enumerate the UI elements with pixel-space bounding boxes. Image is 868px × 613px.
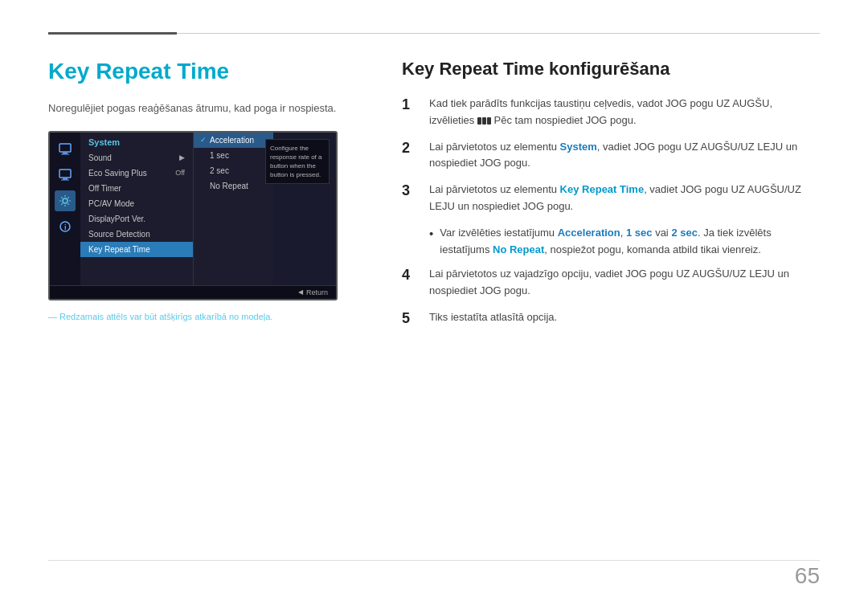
menu-item-pcav: PC/AV Mode	[80, 196, 193, 211]
menu-icon-eco	[55, 165, 76, 186]
icons-sidebar: i	[50, 133, 80, 285]
step-text-2: Lai pārvietotos uz elementu System, vadi…	[429, 139, 820, 173]
svg-rect-4	[63, 178, 68, 180]
menu-item-keyrepeat: Key Repeat Time	[80, 242, 193, 257]
note-text: ― Redzamais attēls var būt atšķirīgs atk…	[48, 312, 354, 321]
step-item-1: 1 Kad tiek parādīts funkcijas taustiņu c…	[402, 96, 820, 129]
step-item-2: 2 Lai pārvietotos uz elementu System, va…	[402, 139, 820, 173]
svg-rect-2	[61, 153, 69, 154]
top-line-dark	[48, 32, 177, 35]
step-text-3: Lai pārvietotos uz elementu Key Repeat T…	[429, 182, 820, 215]
sub-menu-acceleration: ✓ Acceleration	[194, 133, 273, 148]
right-column: Key Repeat Time konfigurēšana 1 Kad tiek…	[402, 59, 820, 337]
menu-item-offtimer: Off Timer	[80, 181, 193, 196]
steps-list: 1 Kad tiek parādīts funkcijas taustiņu c…	[402, 96, 820, 328]
step-number-3: 3	[402, 182, 418, 200]
tooltip-box: Configure the response rate of a button …	[265, 139, 330, 185]
menu-item-source: Source Detection	[80, 227, 193, 242]
main-menu: System Sound ▶ Eco Saving Plus Off Off T…	[80, 133, 193, 285]
step-item-3: 3 Lai pārvietotos uz elementu Key Repeat…	[402, 182, 820, 215]
svg-rect-5	[61, 179, 69, 180]
highlight-1sec: 1 sec	[626, 227, 653, 239]
highlight-system: System	[560, 141, 597, 153]
bullet-dot: •	[429, 225, 433, 259]
svg-point-6	[63, 198, 68, 203]
step-text-4: Lai pārvietotos uz vajadzīgo opciju, vad…	[429, 266, 820, 300]
highlight-acceleration: Acceleration	[558, 227, 620, 239]
top-line-light	[177, 33, 820, 34]
step-item-5: 5 Tiks iestatīta atlasītā opcija.	[402, 309, 820, 328]
bottom-divider	[48, 560, 820, 561]
menu-item-sound: Sound ▶	[80, 150, 193, 166]
sub-menu-1sec: 1 sec	[194, 148, 273, 163]
content-columns: Key Repeat Time Noregulējiet pogas reaģē…	[48, 59, 820, 337]
sub-menu-2sec: 2 sec	[194, 163, 273, 178]
section-title: Key Repeat Time konfigurēšana	[402, 59, 820, 80]
highlight-keyrepeat: Key Repeat Time	[560, 183, 645, 195]
menu-area: i System Sound ▶ Eco Saving Plus	[50, 133, 336, 285]
page-container: Key Repeat Time Noregulējiet pogas reaģē…	[0, 0, 868, 613]
step-number-1: 1	[402, 96, 418, 114]
monitor-ui: i System Sound ▶ Eco Saving Plus	[48, 131, 338, 300]
highlight-2sec: 2 sec	[671, 227, 698, 239]
page-title: Key Repeat Time	[48, 59, 354, 84]
return-bar: ◀ Return	[50, 285, 336, 299]
svg-text:i: i	[64, 223, 67, 231]
sub-menu-norepeat: No Repeat	[194, 178, 273, 194]
bullet-text: Var izvēlēties iestatījumu Acceleration,…	[440, 225, 820, 259]
svg-rect-1	[63, 153, 68, 154]
menu-header: System	[80, 133, 193, 150]
left-column: Key Repeat Time Noregulējiet pogas reaģē…	[48, 59, 354, 337]
page-description: Noregulējiet pogas reaģēšanas ātrumu, ka…	[48, 100, 354, 116]
step-text-1: Kad tiek parādīts funkcijas taustiņu ceļ…	[429, 96, 820, 129]
step-number-4: 4	[402, 266, 418, 284]
tooltip-text: Configure the response rate of a button …	[270, 145, 321, 179]
jog-icon	[477, 117, 491, 125]
top-lines	[48, 32, 820, 35]
menu-icon-settings	[55, 190, 76, 211]
step-text-5: Tiks iestatīta atlasītā opcija.	[429, 309, 557, 326]
svg-rect-0	[59, 144, 71, 152]
step-number-2: 2	[402, 139, 418, 157]
menu-item-eco: Eco Saving Plus Off	[80, 166, 193, 181]
step-number-5: 5	[402, 309, 418, 328]
bullet-item: • Var izvēlēties iestatījumu Acceleratio…	[429, 225, 820, 259]
menu-icon-info: i	[55, 216, 76, 237]
menu-item-displayport: DisplayPort Ver.	[80, 211, 193, 227]
sub-menu: ✓ Acceleration 1 sec 2 sec No Repeat	[193, 133, 273, 285]
return-label: Return	[306, 288, 328, 296]
highlight-norepeat: No Repeat	[493, 243, 544, 255]
step-item-4: 4 Lai pārvietotos uz vajadzīgo opciju, v…	[402, 266, 820, 300]
svg-rect-3	[59, 170, 71, 178]
page-number: 65	[795, 563, 820, 589]
menu-icon-monitor	[55, 139, 76, 160]
